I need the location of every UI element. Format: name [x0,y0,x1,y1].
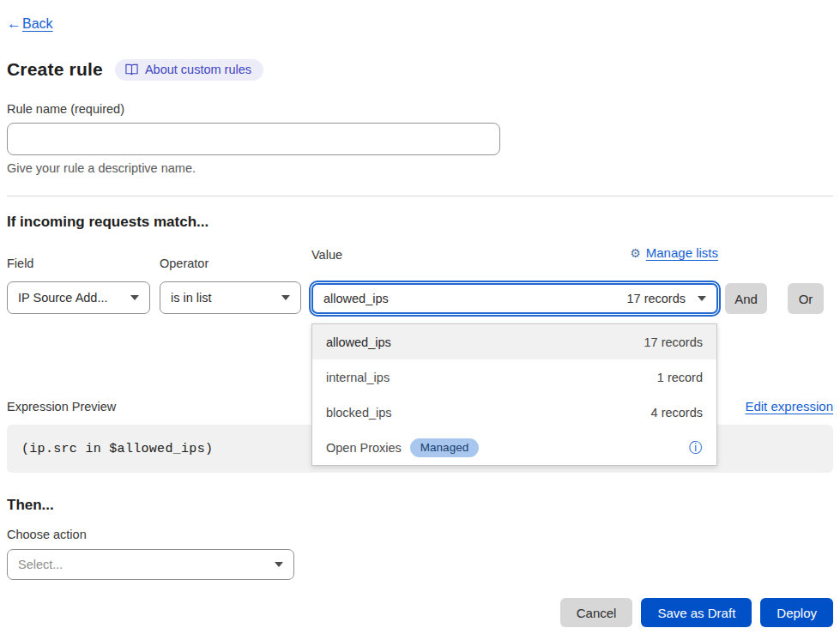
manage-lists-link[interactable]: ⚙ Manage lists [630,245,718,260]
action-select[interactable]: Select... [7,549,294,580]
list-option-left: Open Proxies Managed [326,438,479,457]
value-select-value: allowed_ips [323,292,389,305]
edit-expression-link[interactable]: Edit expression [745,399,833,414]
chevron-down-icon [130,295,139,300]
page-title: Create rule [7,59,103,80]
gear-icon: ⚙ [630,247,641,259]
choose-action-label: Choose action [7,527,833,542]
or-button[interactable]: Or [788,283,824,314]
rule-name-input[interactable] [7,123,500,155]
field-label: Field [7,256,150,271]
value-label: Value [311,247,342,263]
cancel-button[interactable]: Cancel [560,598,633,627]
value-select[interactable]: allowed_ips 17 records [311,283,718,314]
field-select-value: IP Source Add... [18,291,108,305]
chevron-down-icon [275,562,283,567]
value-header: Value ⚙ Manage lists [311,247,718,273]
field-select[interactable]: IP Source Add... [7,281,150,314]
list-option-blocked-ips[interactable]: blocked_ips 4 records [312,395,716,430]
value-select-record-count: 17 records [626,292,686,305]
list-option-name: Open Proxies [326,441,402,455]
operator-select[interactable]: is in list [160,281,301,314]
expression-code: (ip.src in $allowed_ips) [21,442,213,456]
match-heading: If incoming requests match... [7,213,833,232]
value-select-wrap: allowed_ips 17 records allowed_ips 17 re… [311,283,718,314]
manage-lists-label: Manage lists [646,245,718,260]
and-button[interactable]: And [725,283,767,314]
list-option-allowed-ips[interactable]: allowed_ips 17 records [312,324,716,359]
about-custom-rules-link[interactable]: About custom rules [115,59,263,81]
rule-name-label: Rule name (required) [7,101,833,117]
then-heading: Then... [7,496,833,515]
rule-name-helper: Give your rule a descriptive name. [7,161,833,177]
back-label: Back [22,16,53,32]
list-option-name: blocked_ips [326,406,392,420]
list-option-record-count: 17 records [644,335,703,349]
value-select-right: 17 records [626,292,706,305]
list-option-record-count: 1 record [657,371,703,384]
value-column: Value ⚙ Manage lists allowed_ips 17 reco… [311,247,718,314]
list-option-record-count: 4 records [651,406,703,420]
back-arrow-icon: ← [7,15,21,33]
info-icon[interactable]: ⓘ [689,441,703,455]
list-option-open-proxies[interactable]: Open Proxies Managed ⓘ [312,430,716,465]
footer-actions: Cancel Save as Draft Deploy [7,598,833,627]
field-column: Field IP Source Add... [7,256,150,314]
managed-badge: Managed [410,438,479,457]
operator-label: Operator [160,256,301,271]
book-icon [125,63,138,75]
title-row: Create rule About custom rules [7,57,833,82]
deploy-button[interactable]: Deploy [760,598,833,627]
operator-select-value: is in list [171,291,212,305]
save-as-draft-button[interactable]: Save as Draft [641,598,752,627]
operator-column: Operator is in list [160,256,301,314]
action-select-placeholder: Select... [18,558,63,571]
list-option-internal-ips[interactable]: internal_ips 1 record [312,359,716,395]
list-option-name: allowed_ips [326,335,391,349]
chevron-down-icon [698,296,706,301]
condition-row: Field IP Source Add... Operator is in li… [7,247,833,314]
expression-preview-label: Expression Preview [7,399,116,414]
about-badge-label: About custom rules [145,63,251,76]
list-dropdown-menu: allowed_ips 17 records internal_ips 1 re… [311,323,717,466]
create-rule-page: ← Back Create rule About custom rules Ru… [0,0,840,634]
section-divider [7,196,833,196]
chevron-down-icon [281,295,290,300]
back-link[interactable]: ← Back [7,15,53,33]
list-option-name: internal_ips [326,371,390,384]
